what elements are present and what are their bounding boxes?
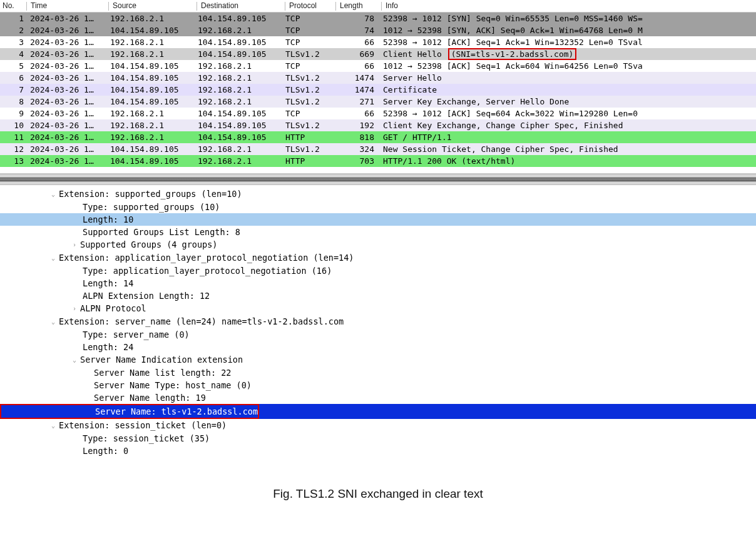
packet-row[interactable]: 92024-03-26 1…192.168.2.1104.154.89.105T… <box>0 108 756 119</box>
cell-time: 2024-03-26 1… <box>26 143 108 155</box>
annotation-box: (SNI=tls-v1-2.badssl.com) <box>448 48 577 60</box>
cell-no: 3 <box>0 36 26 48</box>
packet-row[interactable]: 32024-03-26 1…192.168.2.1104.154.89.105T… <box>0 36 756 48</box>
cell-length: 1474 <box>333 72 378 84</box>
tree-item-highlighted[interactable]: Length: 10 <box>0 213 756 226</box>
chevron-down-icon[interactable]: ⌄ <box>51 188 59 201</box>
col-header-info[interactable]: Info <box>382 1 756 11</box>
chevron-down-icon[interactable]: ⌄ <box>73 354 80 366</box>
cell-time: 2024-03-26 1… <box>26 24 108 36</box>
cell-protocol: TCP <box>283 108 333 119</box>
cell-source: 104.154.89.105 <box>108 96 195 108</box>
cell-protocol: TCP <box>283 24 333 36</box>
packet-row[interactable]: 122024-03-26 1…104.154.89.105192.168.2.1… <box>0 143 756 155</box>
cell-source: 192.168.2.1 <box>108 119 195 131</box>
cell-source: 192.168.2.1 <box>108 48 195 60</box>
packet-row[interactable]: 132024-03-26 1…104.154.89.105192.168.2.1… <box>0 155 756 167</box>
tree-item[interactable]: ⌄Server Name Indication extension <box>0 353 756 366</box>
cell-info: HTTP/1.1 200 OK (text/html) <box>378 155 756 167</box>
tree-item[interactable]: Type: session_ticket (35) <box>0 432 756 445</box>
col-header-protocol[interactable]: Protocol <box>285 1 335 11</box>
cell-time: 2024-03-26 1… <box>26 60 108 72</box>
chevron-down-icon[interactable]: ⌄ <box>51 252 59 264</box>
packet-row[interactable]: 12024-03-26 1…192.168.2.1104.154.89.105T… <box>0 13 756 24</box>
packet-row[interactable]: 52024-03-26 1…104.154.89.105192.168.2.1T… <box>0 60 756 72</box>
tree-item[interactable]: ALPN Extension Length: 12 <box>0 290 756 302</box>
cell-no: 4 <box>0 48 26 60</box>
cell-source: 104.154.89.105 <box>108 60 195 72</box>
cell-destination: 192.168.2.1 <box>195 155 283 167</box>
cell-destination: 104.154.89.105 <box>195 48 283 60</box>
chevron-right-icon[interactable]: › <box>73 303 80 315</box>
cell-protocol: HTTP <box>283 131 333 143</box>
cell-protocol: TLSv1.2 <box>283 119 333 131</box>
col-header-source[interactable]: Source <box>109 1 197 11</box>
cell-no: 2 <box>0 24 26 36</box>
cell-protocol: TLSv1.2 <box>283 143 333 155</box>
tree-item[interactable]: ⌄Extension: server_name (len=24) name=tl… <box>0 315 756 328</box>
cell-no: 8 <box>0 96 26 108</box>
cell-source: 192.168.2.1 <box>108 131 195 143</box>
cell-info: 52398 → 1012 [ACK] Seq=604 Ack=3022 Win=… <box>378 108 756 119</box>
cell-protocol: TCP <box>283 60 333 72</box>
packet-row[interactable]: 112024-03-26 1…192.168.2.1104.154.89.105… <box>0 131 756 143</box>
cell-destination: 192.168.2.1 <box>195 72 283 84</box>
cell-destination: 192.168.2.1 <box>195 143 283 155</box>
packet-row[interactable]: 82024-03-26 1…104.154.89.105192.168.2.1T… <box>0 96 756 108</box>
tree-item[interactable]: ›Supported Groups (4 groups) <box>0 238 756 251</box>
tree-item[interactable]: Length: 24 <box>0 341 756 353</box>
cell-info: Client Hello (SNI=tls-v1-2.badssl.com) <box>378 48 756 60</box>
tree-item[interactable]: Type: server_name (0) <box>0 328 756 341</box>
col-header-no[interactable]: No. <box>0 1 26 11</box>
tree-item[interactable]: ›ALPN Protocol <box>0 302 756 315</box>
cell-time: 2024-03-26 1… <box>26 96 108 108</box>
cell-info: GET / HTTP/1.1 <box>378 131 756 143</box>
packet-row[interactable]: 22024-03-26 1…104.154.89.105192.168.2.1T… <box>0 24 756 36</box>
packet-list-header: No. Time Source Destination Protocol Len… <box>0 0 756 13</box>
tree-item[interactable]: Supported Groups List Length: 8 <box>0 226 756 238</box>
tree-item[interactable]: Length: 14 <box>0 277 756 290</box>
tree-item[interactable]: Type: supported_groups (10) <box>0 201 756 213</box>
cell-destination: 104.154.89.105 <box>195 131 283 143</box>
tree-item-selected[interactable]: Server Name: tls-v1-2.badssl.com <box>0 404 756 419</box>
cell-no: 9 <box>0 108 26 119</box>
packet-row[interactable]: 102024-03-26 1…192.168.2.1104.154.89.105… <box>0 119 756 131</box>
cell-protocol: HTTP <box>283 155 333 167</box>
cell-no: 10 <box>0 119 26 131</box>
chevron-down-icon[interactable]: ⌄ <box>51 420 59 432</box>
cell-length: 66 <box>333 60 378 72</box>
cell-length: 271 <box>333 96 378 108</box>
cell-length: 703 <box>333 155 378 167</box>
chevron-down-icon[interactable]: ⌄ <box>51 316 59 328</box>
tree-item[interactable]: Length: 0 <box>0 445 756 457</box>
chevron-right-icon[interactable]: › <box>73 239 80 251</box>
packet-row[interactable]: 62024-03-26 1…104.154.89.105192.168.2.1T… <box>0 72 756 84</box>
cell-protocol: TLSv1.2 <box>283 72 333 84</box>
tree-item[interactable]: ⌄Extension: application_layer_protocol_n… <box>0 251 756 264</box>
tree-item[interactable]: Type: application_layer_protocol_negotia… <box>0 264 756 277</box>
tree-item[interactable]: Server Name length: 19 <box>0 391 756 404</box>
tree-item[interactable]: Server Name Type: host_name (0) <box>0 379 756 391</box>
packet-row[interactable]: 72024-03-26 1…104.154.89.105192.168.2.1T… <box>0 84 756 96</box>
cell-destination: 192.168.2.1 <box>195 84 283 96</box>
cell-length: 66 <box>333 36 378 48</box>
cell-info: 1012 → 52398 [SYN, ACK] Seq=0 Ack=1 Win=… <box>378 24 756 36</box>
col-header-time[interactable]: Time <box>27 1 108 11</box>
cell-source: 192.168.2.1 <box>108 108 195 119</box>
cell-info: New Session Ticket, Change Cipher Spec, … <box>378 143 756 155</box>
cell-destination: 104.154.89.105 <box>195 36 283 48</box>
col-header-length[interactable]: Length <box>336 1 381 11</box>
cell-length: 324 <box>333 143 378 155</box>
cell-time: 2024-03-26 1… <box>26 131 108 143</box>
tree-item[interactable]: Server Name list length: 22 <box>0 366 756 379</box>
cell-info: Server Key Exchange, Server Hello Done <box>378 96 756 108</box>
cell-length: 1474 <box>333 84 378 96</box>
cell-protocol: TLSv1.2 <box>283 84 333 96</box>
tree-item[interactable]: ⌄Extension: supported_groups (len=10) <box>0 188 756 201</box>
cell-destination: 104.154.89.105 <box>195 13 283 24</box>
packet-row[interactable]: 42024-03-26 1…192.168.2.1104.154.89.105T… <box>0 48 756 60</box>
tree-item[interactable]: ⌄Extension: session_ticket (len=0) <box>0 419 756 432</box>
cell-time: 2024-03-26 1… <box>26 155 108 167</box>
col-header-destination[interactable]: Destination <box>197 1 285 11</box>
cell-protocol: TCP <box>283 36 333 48</box>
